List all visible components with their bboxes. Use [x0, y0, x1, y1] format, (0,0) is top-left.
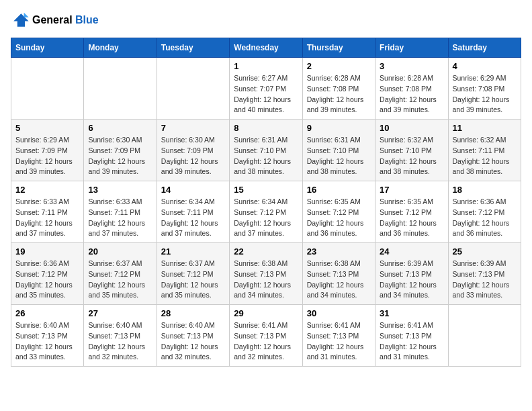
calendar-week-row: 26Sunrise: 6:40 AMSunset: 7:13 PMDayligh… — [11, 305, 521, 367]
day-detail: Sunrise: 6:31 AMSunset: 7:10 PMDaylight:… — [307, 135, 371, 177]
calendar-week-row: 1Sunrise: 6:27 AMSunset: 7:07 PMDaylight… — [11, 58, 521, 120]
day-detail: Sunrise: 6:41 AMSunset: 7:13 PMDaylight:… — [380, 320, 443, 363]
weekday-header: Tuesday — [157, 38, 229, 58]
day-number: 3 — [380, 61, 443, 71]
calendar-cell — [11, 58, 84, 120]
calendar-cell: 11Sunrise: 6:32 AMSunset: 7:11 PMDayligh… — [448, 120, 521, 181]
day-number: 28 — [161, 308, 225, 318]
logo-icon — [11, 11, 30, 30]
day-detail: Sunrise: 6:34 AMSunset: 7:12 PMDaylight:… — [234, 197, 298, 239]
day-detail: Sunrise: 6:29 AMSunset: 7:08 PMDaylight:… — [453, 73, 517, 116]
weekday-header: Saturday — [448, 38, 521, 58]
calendar-cell: 3Sunrise: 6:28 AMSunset: 7:08 PMDaylight… — [375, 58, 448, 120]
day-detail: Sunrise: 6:34 AMSunset: 7:11 PMDaylight:… — [161, 197, 225, 239]
day-number: 13 — [88, 185, 152, 195]
day-number: 8 — [234, 123, 298, 133]
calendar-cell: 1Sunrise: 6:27 AMSunset: 7:07 PMDaylight… — [230, 58, 302, 120]
day-number: 9 — [307, 123, 371, 133]
day-number: 20 — [88, 246, 152, 257]
day-detail: Sunrise: 6:37 AMSunset: 7:12 PMDaylight:… — [161, 259, 225, 301]
calendar-cell: 6Sunrise: 6:30 AMSunset: 7:09 PMDaylight… — [84, 120, 157, 181]
calendar-cell: 17Sunrise: 6:35 AMSunset: 7:12 PMDayligh… — [375, 181, 448, 243]
calendar-week-row: 19Sunrise: 6:36 AMSunset: 7:12 PMDayligh… — [11, 243, 521, 305]
day-detail: Sunrise: 6:38 AMSunset: 7:13 PMDaylight:… — [234, 259, 298, 301]
calendar-cell: 30Sunrise: 6:41 AMSunset: 7:13 PMDayligh… — [302, 305, 375, 367]
calendar-cell: 15Sunrise: 6:34 AMSunset: 7:12 PMDayligh… — [230, 181, 302, 243]
calendar-cell — [448, 305, 521, 367]
day-number: 19 — [15, 246, 79, 257]
day-number: 23 — [307, 246, 371, 257]
calendar-cell: 7Sunrise: 6:30 AMSunset: 7:09 PMDaylight… — [157, 120, 229, 181]
day-number: 24 — [380, 246, 443, 257]
day-number: 10 — [380, 123, 443, 133]
calendar-cell: 31Sunrise: 6:41 AMSunset: 7:13 PMDayligh… — [375, 305, 448, 367]
day-number: 16 — [307, 185, 371, 195]
weekday-header-row: SundayMondayTuesdayWednesdayThursdayFrid… — [11, 38, 521, 58]
day-detail: Sunrise: 6:38 AMSunset: 7:13 PMDaylight:… — [307, 259, 371, 301]
calendar-cell: 18Sunrise: 6:36 AMSunset: 7:12 PMDayligh… — [448, 181, 521, 243]
logo-text: General Blue — [32, 14, 99, 26]
day-number: 25 — [453, 246, 517, 257]
calendar-cell: 24Sunrise: 6:39 AMSunset: 7:13 PMDayligh… — [375, 243, 448, 305]
day-number: 14 — [161, 185, 225, 195]
day-detail: Sunrise: 6:39 AMSunset: 7:13 PMDaylight:… — [380, 259, 443, 301]
calendar-cell: 10Sunrise: 6:32 AMSunset: 7:10 PMDayligh… — [375, 120, 448, 181]
calendar-cell: 2Sunrise: 6:28 AMSunset: 7:08 PMDaylight… — [302, 58, 375, 120]
day-number: 2 — [307, 61, 371, 71]
calendar-week-row: 12Sunrise: 6:33 AMSunset: 7:11 PMDayligh… — [11, 181, 521, 243]
calendar-cell: 14Sunrise: 6:34 AMSunset: 7:11 PMDayligh… — [157, 181, 229, 243]
day-number: 21 — [161, 246, 225, 257]
day-detail: Sunrise: 6:32 AMSunset: 7:11 PMDaylight:… — [453, 135, 517, 177]
calendar-cell: 22Sunrise: 6:38 AMSunset: 7:13 PMDayligh… — [230, 243, 302, 305]
day-detail: Sunrise: 6:31 AMSunset: 7:10 PMDaylight:… — [234, 135, 298, 177]
day-number: 27 — [88, 308, 152, 318]
day-detail: Sunrise: 6:40 AMSunset: 7:13 PMDaylight:… — [88, 320, 152, 363]
calendar-cell: 13Sunrise: 6:33 AMSunset: 7:11 PMDayligh… — [84, 181, 157, 243]
day-detail: Sunrise: 6:41 AMSunset: 7:13 PMDaylight:… — [307, 320, 371, 363]
day-number: 1 — [234, 61, 298, 71]
day-detail: Sunrise: 6:40 AMSunset: 7:13 PMDaylight:… — [161, 320, 225, 363]
day-number: 26 — [15, 308, 79, 318]
day-detail: Sunrise: 6:28 AMSunset: 7:08 PMDaylight:… — [380, 73, 443, 116]
weekday-header: Sunday — [11, 38, 84, 58]
day-number: 18 — [453, 185, 517, 195]
weekday-header: Wednesday — [230, 38, 302, 58]
day-detail: Sunrise: 6:36 AMSunset: 7:12 PMDaylight:… — [15, 259, 79, 301]
day-detail: Sunrise: 6:39 AMSunset: 7:13 PMDaylight:… — [453, 259, 517, 301]
day-detail: Sunrise: 6:27 AMSunset: 7:07 PMDaylight:… — [234, 73, 298, 116]
day-number: 17 — [380, 185, 443, 195]
weekday-header: Friday — [375, 38, 448, 58]
calendar-cell: 5Sunrise: 6:29 AMSunset: 7:09 PMDaylight… — [11, 120, 84, 181]
calendar-cell: 20Sunrise: 6:37 AMSunset: 7:12 PMDayligh… — [84, 243, 157, 305]
page-header: General Blue — [11, 11, 521, 30]
day-detail: Sunrise: 6:28 AMSunset: 7:08 PMDaylight:… — [307, 73, 371, 116]
day-number: 22 — [234, 246, 298, 257]
day-detail: Sunrise: 6:32 AMSunset: 7:10 PMDaylight:… — [380, 135, 443, 177]
calendar-cell: 23Sunrise: 6:38 AMSunset: 7:13 PMDayligh… — [302, 243, 375, 305]
calendar-cell: 27Sunrise: 6:40 AMSunset: 7:13 PMDayligh… — [84, 305, 157, 367]
calendar-cell: 8Sunrise: 6:31 AMSunset: 7:10 PMDaylight… — [230, 120, 302, 181]
day-number: 29 — [234, 308, 298, 318]
day-detail: Sunrise: 6:35 AMSunset: 7:12 PMDaylight:… — [380, 197, 443, 239]
calendar-cell: 28Sunrise: 6:40 AMSunset: 7:13 PMDayligh… — [157, 305, 229, 367]
calendar-week-row: 5Sunrise: 6:29 AMSunset: 7:09 PMDaylight… — [11, 120, 521, 181]
day-number: 11 — [453, 123, 517, 133]
day-detail: Sunrise: 6:40 AMSunset: 7:13 PMDaylight:… — [15, 320, 79, 363]
calendar-cell: 25Sunrise: 6:39 AMSunset: 7:13 PMDayligh… — [448, 243, 521, 305]
day-detail: Sunrise: 6:35 AMSunset: 7:12 PMDaylight:… — [307, 197, 371, 239]
calendar-cell: 19Sunrise: 6:36 AMSunset: 7:12 PMDayligh… — [11, 243, 84, 305]
day-number: 30 — [307, 308, 371, 318]
calendar-cell: 16Sunrise: 6:35 AMSunset: 7:12 PMDayligh… — [302, 181, 375, 243]
day-detail: Sunrise: 6:37 AMSunset: 7:12 PMDaylight:… — [88, 259, 152, 301]
day-number: 15 — [234, 185, 298, 195]
calendar-cell — [157, 58, 229, 120]
day-detail: Sunrise: 6:33 AMSunset: 7:11 PMDaylight:… — [15, 197, 79, 239]
calendar-cell: 12Sunrise: 6:33 AMSunset: 7:11 PMDayligh… — [11, 181, 84, 243]
day-detail: Sunrise: 6:33 AMSunset: 7:11 PMDaylight:… — [88, 197, 152, 239]
weekday-header: Monday — [84, 38, 157, 58]
day-detail: Sunrise: 6:30 AMSunset: 7:09 PMDaylight:… — [88, 135, 152, 177]
weekday-header: Thursday — [302, 38, 375, 58]
calendar-cell — [84, 58, 157, 120]
calendar-cell: 26Sunrise: 6:40 AMSunset: 7:13 PMDayligh… — [11, 305, 84, 367]
day-detail: Sunrise: 6:36 AMSunset: 7:12 PMDaylight:… — [453, 197, 517, 239]
